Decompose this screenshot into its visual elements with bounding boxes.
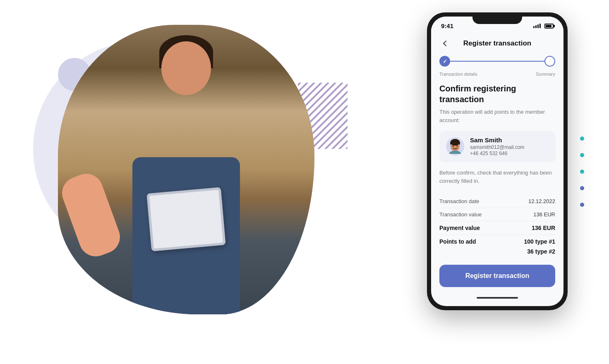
status-time: 9:41 [441, 22, 453, 29]
back-button[interactable] [439, 37, 453, 50]
grid-dot-2 [580, 136, 584, 141]
user-info: Sam Smith samsmith012@mail.com +46 425 5… [470, 136, 549, 156]
tx-value-row: Transaction value 136 EUR [439, 208, 555, 221]
app-header: Register transaction [431, 33, 563, 56]
step-labels: Transaction details Summary [431, 70, 563, 83]
points-value-2: 36 type #2 [527, 248, 555, 255]
points-block: Points to add 100 type #1 36 type #2 [439, 237, 555, 256]
barista-photo [58, 25, 314, 314]
user-name: Sam Smith [470, 136, 549, 144]
points-label: Points to add [439, 238, 476, 245]
progress-stepper: ✓ [431, 56, 563, 70]
points-row-1: Points to add 100 type #1 [439, 237, 555, 247]
tx-payment-row: Payment value 136 EUR [439, 221, 555, 235]
tx-value-label: Transaction value [439, 211, 482, 218]
register-transaction-button[interactable]: Register transaction [439, 265, 555, 287]
tx-payment-value: 136 EUR [532, 225, 555, 231]
user-email: samsmith012@mail.com [470, 144, 549, 150]
confirm-subtitle: This operation will add points to the me… [439, 108, 555, 124]
tx-date-row: Transaction date 12.12.2022 [439, 195, 555, 208]
check-notice: Before confirm, check that everything ha… [439, 169, 555, 185]
app-title: Register transaction [453, 39, 542, 48]
user-card: Sam Smith samsmith012@mail.com +46 425 5… [439, 131, 555, 162]
back-chevron-icon [443, 41, 449, 46]
tx-date-label: Transaction date [439, 198, 479, 204]
points-value-1: 100 type #1 [524, 238, 556, 245]
step-2-label: Summary [536, 72, 555, 77]
app-content: Confirm registering transaction This ope… [431, 83, 563, 292]
check-icon: ✓ [443, 58, 447, 65]
phone-mockup: 9:41 Register transaction [427, 12, 568, 310]
confirm-title: Confirm registering transaction [439, 83, 555, 105]
tx-date-value: 12.12.2022 [528, 198, 555, 204]
svg-point-3 [457, 146, 458, 147]
avatar-icon [448, 139, 463, 154]
status-icons [533, 24, 554, 29]
step-2-pending [544, 56, 555, 67]
step-1-done: ✓ [439, 56, 450, 67]
phone-screen: 9:41 Register transaction [431, 17, 563, 306]
points-row-2: 36 type #2 [439, 247, 555, 256]
battery-icon [544, 24, 554, 29]
user-phone: +46 425 532 646 [470, 151, 549, 156]
grid-dot-10 [580, 203, 584, 207]
svg-point-5 [449, 151, 461, 154]
step-1-label: Transaction details [439, 72, 477, 77]
signal-icon [533, 24, 541, 28]
step-line [450, 61, 544, 62]
phone-notch [472, 12, 522, 24]
home-indicator [477, 297, 518, 299]
svg-point-4 [451, 139, 460, 146]
grid-dot-6 [580, 170, 584, 174]
user-avatar [446, 137, 464, 156]
grid-dot-4 [580, 153, 584, 157]
svg-point-2 [453, 146, 454, 147]
grid-dot-8 [580, 186, 584, 190]
tx-value-value: 136 EUR [533, 211, 555, 218]
tx-payment-label: Payment value [439, 225, 480, 231]
